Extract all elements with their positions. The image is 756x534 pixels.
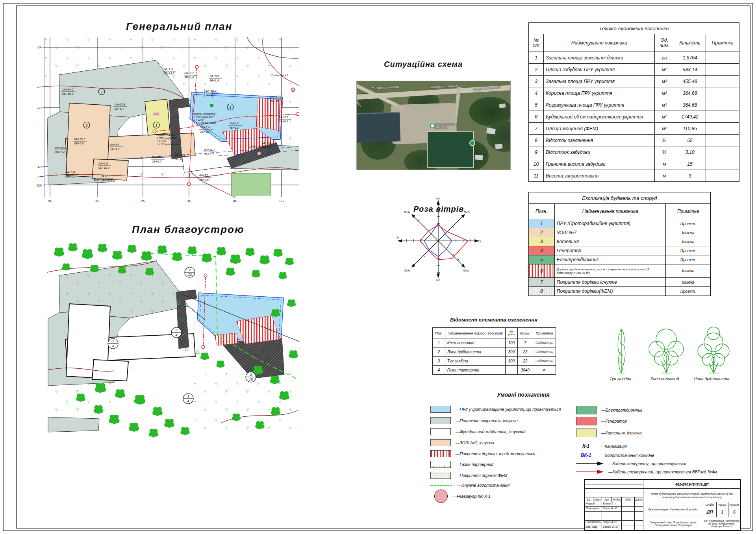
legend-item: —Газон партерний [430,461,493,468]
legend-label: —Резервуар під К-1 [452,494,491,499]
explication-table-title: Експлікація будівель та споруд [529,192,711,204]
col-header: Кільк. [517,328,533,338]
table-row: 3КотельняІснюча [529,237,711,246]
svg-text:3Б+0,6: 3Б+0,6 [199,178,209,181]
legend-label: —Газон партерний [456,462,493,467]
stamp-name: Зигун А. Ю. [602,507,622,512]
svg-text:0Б+10,1: 0Б+10,1 [62,92,73,96]
lift-swatch [576,406,597,414]
svg-text:2А+0,7: 2А+0,7 [184,71,194,75]
table-row: 11Висота запроектованам3 [529,170,739,182]
svg-text:1: 1 [229,105,231,109]
svg-text:0Б+18,8: 0Б+18,8 [101,179,112,182]
boiler-swatch [576,429,597,437]
svg-text:1А+14,5: 1А+14,5 [62,88,74,91]
explication-table: Експлікація будівель та споруд Позн. Най… [528,192,711,296]
house-roof [486,128,496,135]
sheet-header: Аркуш [717,502,728,507]
svg-text:2А: 2А [37,105,42,110]
legend-label: —Покриття доріжки, що демонтується [456,451,535,456]
col-header: Вікроків [505,328,517,338]
stamp-col-header: Дата [635,497,643,502]
school-map-label: Загальноосвітня школа №7 [435,123,456,129]
street-label: Саратівська вулиця [372,85,399,91]
thuja-label: Туя західна [610,376,631,381]
svg-text:ВВГнгд 3х4 мм²: ВВГнгд 3х4 мм² [157,134,175,137]
fem-swatch [430,472,451,479]
col-header: Од.вим. [655,34,674,52]
legend-item: —Генератор [576,417,627,425]
col-header: Поз. [433,328,445,338]
svg-text:0А+2: 0А+2 [101,174,108,178]
kzh-label: КЖ [94,177,100,182]
svg-text:3Б+1,9: 3Б+1,9 [209,79,219,82]
svg-text:4Б+9,2: 4Б+9,2 [279,120,289,123]
tile-swatch [430,417,451,424]
legend-label: —Існуюче водопостачання [457,483,510,488]
legend-item: —Футбольний майданчик, існуючий [430,428,526,435]
black-arrow-icon [576,461,604,466]
situation-title: Ситуаційна схема [384,60,463,69]
svg-text:1А+17,6: 1А+17,6 [270,95,282,98]
reservoir-k1 [257,152,261,155]
legend-item: —Покриття доріжки, що демонтується [430,450,535,457]
stamp-col-header: Підп [622,497,635,502]
col-header: Кількість [674,34,706,52]
svg-text:3Б+0,4: 3Б+0,4 [184,76,194,79]
stage-header: Стадія [703,502,717,507]
sheet-content: Генеральний план, План благоустрою, Ситу… [643,517,703,530]
school-label-line2: школа №7 [435,126,448,129]
k1-stand-note: Стійка для К-1 [271,74,288,77]
legend-label: —Котельня, існуюча [601,431,642,435]
legend-item: ВК-1—Водопостачання холодне [576,453,654,458]
svg-text:3Б+1,7: 3Б+1,7 [206,93,215,97]
svg-text:0Б+1,4: 0Б+1,4 [55,150,65,154]
svg-text:3: 3 [155,124,157,127]
svg-text:1А+1,4: 1А+1,4 [200,126,209,129]
legend-label: —ПРУ (Протирадіаційне укриття),що проект… [456,407,561,412]
table-row: 1ПРУ (Протирадіаційне укриття)Проект. [529,219,711,228]
reservoir-k1 [291,88,295,92]
svg-text:23: 23 [187,273,192,277]
project-title: Нове будівництво захисної споруди цивіль… [643,489,740,502]
tree-symbol-drawings [608,323,742,378]
stamp-role: Зав. каф. [585,525,602,530]
table-row: 2Площа забудови ПРУ укриттям²583,14 [529,64,739,76]
svg-text:3: 3 [175,328,177,332]
legend-label: —ЗОШ №7, існуюча [456,440,494,445]
svg-text:L = 0,3 м під землю: L = 0,3 м під землю [157,143,179,146]
drawing-sheet: Генеральний план План благоустрою Ситуац… [0,0,756,534]
reservoir-swatch [434,490,448,503]
svg-text:0Б+19,3: 0Б+19,3 [98,166,110,170]
table-row: 3Загальна площа ПРУ укриттям²455,48 [529,76,739,87]
svg-text:1А+0,3: 1А+0,3 [229,122,239,125]
col-header: Позн. [529,204,555,219]
svg-text:3: 3 [250,373,252,377]
green-area [232,173,271,195]
section-name: Архітектурно-будівельний розділ [643,502,703,517]
svg-text:0А: 0А [37,183,42,187]
legend-title: Умовні позначення [497,392,550,398]
svg-text:1А+12,8: 1А+12,8 [114,103,126,106]
title-block: Зм. Кільк Арк № док Підп Дата Розроб. Бі… [584,479,741,531]
legend-item: К-1—Каналізація [576,443,627,449]
svg-text:ПдЗх: ПдЗх [404,269,410,272]
col-header: №п/п [529,34,544,52]
map-pin-icon [469,140,475,146]
svg-text:0А+16,5: 0А+16,5 [55,146,67,150]
svg-text:2: 2 [188,268,191,272]
thuja-symbol [617,329,625,373]
svg-text:0А+10,9: 0А+10,9 [152,155,163,159]
table-row: 2ЗОШ №7Існюча [529,228,711,237]
col-header: Примітка [666,204,711,219]
legend-label: —Футбольний майданчик, існуючий [456,429,526,434]
svg-text:0Б+7,9: 0Б+7,9 [74,142,84,145]
maple-label: Клен польовий [650,376,679,381]
legend-item: —Електропідйомник [576,406,642,414]
satellite-image: Саратівська вулиця Саратівська вулиця Са… [356,81,511,170]
legend-item: —ЗОШ №7, існуюча [430,439,494,446]
svg-text:2: 2 [85,124,87,127]
table-header-row: Поз. Найменування породи або виду Вікрок… [433,328,556,338]
school-label-line1: Загальноосвітня [435,123,456,126]
table-row: 1Клен польовий1007Саджанець [433,338,556,347]
